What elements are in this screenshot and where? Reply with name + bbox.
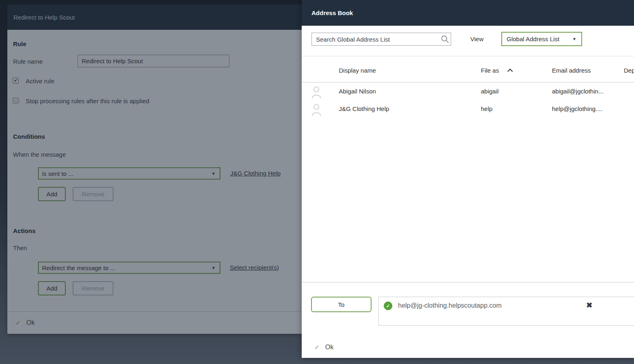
- divider: [302, 282, 634, 282]
- chevron-down-icon: ▼: [572, 37, 576, 41]
- ok-check-icon: ✓: [314, 344, 320, 351]
- remove-recipient-icon[interactable]: ✖: [586, 301, 592, 310]
- cell-file-as: help: [481, 105, 492, 112]
- column-header-file-as[interactable]: File as: [481, 67, 499, 74]
- cell-email: abigail@jgclothin...: [552, 88, 603, 95]
- divider: [302, 56, 634, 56]
- address-book-title: Address Book: [311, 9, 353, 16]
- recipient-box[interactable]: ✓ help@jg-clothing.helpscoutapp.com ✖: [378, 297, 634, 326]
- cell-email: help@jgclothing....: [552, 105, 603, 112]
- contact-row[interactable]: Abigail Nilson abigail abigail@jgclothin…: [302, 83, 634, 101]
- column-header-department[interactable]: Dep: [624, 67, 634, 74]
- search-icon[interactable]: [441, 35, 449, 43]
- view-select-value: Global Address List: [507, 36, 559, 42]
- valid-recipient-icon: ✓: [384, 302, 392, 310]
- cell-display-name: J&G Clothing Help: [339, 105, 389, 112]
- view-select[interactable]: Global Address List ▼: [501, 32, 582, 46]
- recipient-email: help@jg-clothing.helpscoutapp.com: [398, 302, 502, 309]
- divider: [302, 82, 634, 82]
- column-header-email-address[interactable]: Email address: [552, 67, 591, 74]
- ok-label: Ok: [325, 344, 334, 351]
- column-header-display-name[interactable]: Display name: [339, 67, 376, 74]
- person-icon: [311, 104, 322, 116]
- address-book-ok-button[interactable]: ✓ Ok: [314, 344, 334, 351]
- cell-display-name: Abigail Nilson: [339, 88, 376, 95]
- search-input[interactable]: [311, 33, 451, 46]
- sort-ascending-icon[interactable]: [507, 69, 513, 72]
- address-book-dialog: Address Book View Global Address List ▼ …: [302, 0, 634, 358]
- to-button[interactable]: To: [311, 297, 372, 312]
- check-glyph: ✓: [386, 303, 390, 309]
- view-label: View: [470, 36, 483, 42]
- address-book-titlebar: Address Book: [302, 0, 634, 26]
- person-icon: [311, 86, 322, 98]
- cell-file-as: abigail: [481, 88, 498, 95]
- contact-row[interactable]: J&G Clothing Help help help@jgclothing..…: [302, 101, 634, 118]
